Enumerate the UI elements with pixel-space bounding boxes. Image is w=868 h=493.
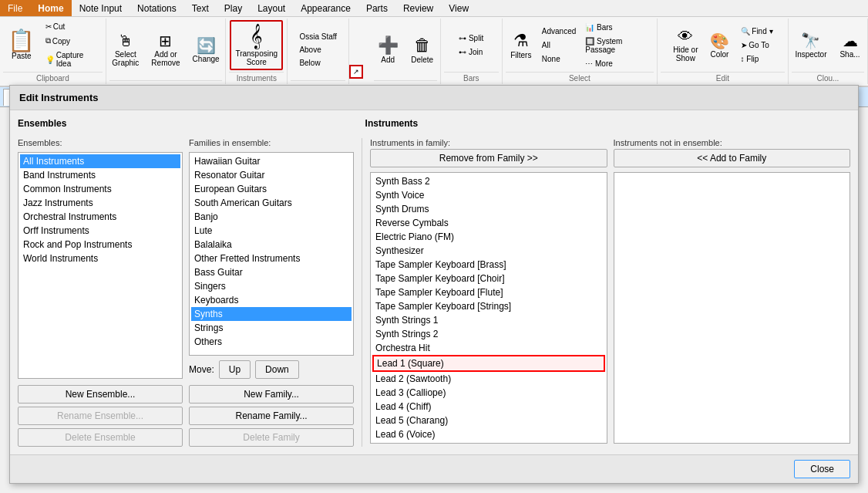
share-icon: ☁ [843,32,858,50]
select2-content: ⚗ Filters Advanced All None 📊 Bars 🔲 Sys… [506,20,654,70]
menu-home[interactable]: Home [30,0,71,16]
inspector-button[interactable]: 🔭 Inspector [790,29,831,62]
transposing-score-label: TransposingScore [235,49,278,66]
ossia-staff-button[interactable]: Ossia Staff [294,31,342,42]
menu-file[interactable]: File [0,0,30,16]
select-group-label: Select [506,72,654,83]
system-passage-button[interactable]: 🔲 System Passage [581,35,654,56]
paste-icon: 📋 [8,30,35,52]
cut-button[interactable]: ✂ Cut [42,20,103,33]
menu-play[interactable]: Play [217,0,250,16]
flip-button[interactable]: ↕ Flip [737,52,777,66]
filters-button[interactable]: ⚗ Filters [506,28,537,62]
edit-content: 👁 Hide orShow 🎨 Color 🔍 Find ▾ ➤ Go To ↕… [668,20,776,70]
advanced-button[interactable]: Advanced [538,25,580,38]
delete-icon: 🗑 [414,35,431,56]
select-col2: 📊 Bars 🔲 System Passage ⋯ More [581,21,654,70]
paste-label: Paste [12,52,32,60]
menu-appearance[interactable]: Appearance [293,0,358,16]
share-label: Sha... [839,50,860,59]
join-button[interactable]: ⊷ Join [455,46,487,59]
ossia-content: Ossia Staff Above Below [294,20,342,79]
ribbon-group-ossia: Ossia Staff Above Below [288,19,349,84]
menu-bar: File Home Note Input Notations Text Play… [0,0,868,17]
bulb-icon: 💡 [45,56,55,64]
clipboard-content: 📋 Paste ✂ Cut ⧉ Copy 💡 Capture Idea [3,20,103,70]
edit-group-label: Edit [661,72,785,83]
bars-content: ⊶ Split ⊷ Join [455,20,487,70]
bars-group-label: Bars [444,72,499,83]
instruments-group-label: Instruments [229,72,284,83]
clipboard-group-label: Clipboard [3,72,103,83]
ribbon-group-select2: ⚗ Filters Advanced All None 📊 Bars 🔲 Sys… [503,19,658,84]
all-button[interactable]: All [538,39,580,52]
cursor-icon: 🖱 [118,32,133,50]
menu-text[interactable]: Text [184,0,217,16]
split-button[interactable]: ⊶ Split [455,32,487,45]
paste-button[interactable]: 📋 Paste [3,26,40,64]
change-label: Change [193,55,220,63]
capture-label: Capture Idea [56,51,99,68]
add-button[interactable]: ➕ Add [372,32,403,67]
ossia-group-label [291,80,345,83]
ribbon-group-instruments: 𝄞 TransposingScore Instruments [226,19,288,84]
delete-button[interactable]: 🗑 Delete [406,32,438,67]
bars-select-button[interactable]: 📊 Bars [581,21,654,34]
select-graphic-label: SelectGraphic [112,50,139,67]
select-graphic-button[interactable]: 🖱 SelectGraphic [107,29,143,70]
select-content: 🖱 SelectGraphic ⊞ Add orRemove 🔄 Change [107,20,224,79]
above-button[interactable]: Above [294,44,342,56]
menu-notations[interactable]: Notations [130,0,184,16]
add-icon: ➕ [378,35,399,56]
ribbon-group-add-delete: ➕ Add 🗑 Delete [371,19,441,84]
change-button[interactable]: 🔄 Change [188,33,224,66]
launcher-icon: ↗ [353,68,359,76]
add-label: Add [381,56,395,64]
inspector-icon: 🔭 [801,32,820,50]
cut-label: Cut [53,22,66,31]
ribbon-group-edit: 👁 Hide orShow 🎨 Color 🔍 Find ▾ ➤ Go To ↕… [658,19,789,84]
split-join-col: ⊶ Split ⊷ Join [455,32,487,59]
copy-label: Copy [52,37,70,46]
select-col: Advanced All None [538,25,580,66]
more-button[interactable]: ⋯ More [581,57,654,70]
hide-show-label: Hide orShow [673,46,698,62]
copy-button[interactable]: ⧉ Copy [42,34,103,48]
ribbon-group-inspector: 🔭 Inspector ☁ Sha... Clou... [789,19,868,84]
add-remove-button[interactable]: ⊞ Add orRemove [146,29,184,70]
menu-note-input[interactable]: Note Input [72,0,130,16]
below-button[interactable]: Below [294,57,342,69]
ribbon-group-clipboard: 📋 Paste ✂ Cut ⧉ Copy 💡 Capture Idea Clip… [0,19,106,84]
color-label: Color [711,50,729,59]
color-button[interactable]: 🎨 Color [705,29,735,62]
transposing-score-button[interactable]: 𝄞 TransposingScore [230,20,283,70]
blank-group-label [109,80,223,83]
copy-icon: ⧉ [45,36,51,46]
add-delete-group-label [374,80,437,83]
cut-icon: ✂ [45,22,52,31]
hide-show-button[interactable]: 👁 Hide orShow [668,25,702,66]
edit-instruments-dialog: Edit Instruments Ensembles Instruments E… [9,85,859,107]
inspector-label: Inspector [795,50,826,59]
share-button[interactable]: ☁ Sha... [835,29,866,62]
dialog-launcher-area: ↗ [349,65,367,84]
none-button[interactable]: None [538,52,580,66]
color-icon: 🎨 [710,32,729,50]
filters-label: Filters [510,51,531,59]
capture-idea-button[interactable]: 💡 Capture Idea [42,49,103,70]
instruments-content: 𝄞 TransposingScore [230,20,283,70]
find-button[interactable]: 🔍 Find ▾ [737,25,777,38]
clipboard-col: ✂ Cut ⧉ Copy 💡 Capture Idea [42,20,103,70]
filter-icon: ⚗ [513,31,529,51]
menu-parts[interactable]: Parts [358,0,395,16]
add-delete-content: ➕ Add 🗑 Delete [372,20,438,79]
treble-clef-icon: 𝄞 [250,24,263,49]
menu-view[interactable]: View [441,0,476,16]
menu-review[interactable]: Review [395,0,441,16]
ribbon-group-bars: ⊶ Split ⊷ Join Bars [441,19,503,84]
goto-button[interactable]: ➤ Go To [737,39,777,52]
menu-layout[interactable]: Layout [250,0,293,16]
dialog-launcher-button[interactable]: ↗ [349,65,363,79]
eye-icon: 👁 [678,28,693,46]
inspector-content: 🔭 Inspector ☁ Sha... [790,20,865,70]
